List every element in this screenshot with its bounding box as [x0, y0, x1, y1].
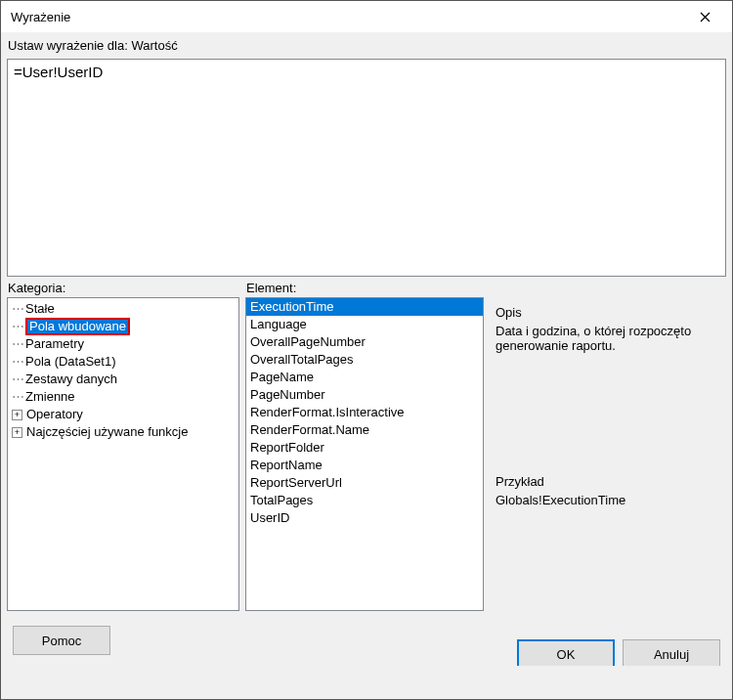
list-item[interactable]: TotalPages — [246, 492, 483, 509]
tree-item-label: Parametry — [25, 335, 84, 353]
tree-item-label: Zmienne — [25, 388, 75, 406]
ok-button[interactable]: OK — [517, 639, 615, 666]
element-list[interactable]: ExecutionTimeLanguageOverallPageNumberOv… — [245, 297, 484, 611]
info-column: Opis Data i godzina, o której rozpoczęto… — [490, 281, 726, 611]
cancel-button[interactable]: Anuluj — [623, 639, 720, 666]
tree-item[interactable]: ⋯Pola wbudowane — [12, 318, 235, 335]
list-item[interactable]: PageName — [246, 369, 483, 386]
tree-item-label: Operatory — [26, 406, 83, 423]
close-icon — [700, 12, 711, 22]
expand-icon[interactable]: + — [12, 427, 22, 438]
close-button[interactable] — [685, 3, 724, 30]
info-spacer — [490, 281, 726, 297]
expression-dialog: Wyrażenie Ustaw wyrażenie dla: Wartość K… — [0, 0, 733, 700]
tree-item[interactable]: +Najczęściej używane funkcje — [12, 423, 235, 441]
tree-item[interactable]: ⋯Parametry — [12, 335, 235, 353]
element-label: Element: — [245, 281, 484, 297]
tree-item[interactable]: ⋯Zmienne — [12, 388, 235, 406]
category-tree[interactable]: ⋯Stałe⋯Pola wbudowane⋯Parametry⋯Pola (Da… — [7, 297, 239, 611]
description-text: Data i godzina, o której rozpoczęto gene… — [496, 324, 720, 353]
window-title: Wyrażenie — [11, 10, 685, 24]
list-item[interactable]: RenderFormat.IsInteractive — [246, 404, 483, 421]
list-item[interactable]: Language — [246, 316, 483, 333]
list-item[interactable]: UserID — [246, 509, 483, 527]
description-panel: Opis Data i godzina, o której rozpoczęto… — [490, 303, 726, 466]
list-item[interactable]: OverallPageNumber — [246, 333, 483, 351]
list-item[interactable]: PageNumber — [246, 386, 483, 404]
list-item[interactable]: ReportName — [246, 457, 483, 474]
tree-item-label: Pola wbudowane — [25, 318, 130, 335]
expression-label: Ustaw wyrażenie dla: Wartość — [7, 36, 726, 55]
example-text: Globals!ExecutionTime — [496, 493, 720, 507]
lower-panels: Kategoria: ⋯Stałe⋯Pola wbudowane⋯Paramet… — [7, 281, 726, 611]
list-item[interactable]: ReportServerUrl — [246, 474, 483, 492]
tree-item-label: Najczęściej używane funkcje — [26, 423, 188, 441]
expression-input[interactable] — [7, 59, 726, 277]
description-label: Opis — [496, 305, 720, 320]
tree-item-label: Stałe — [25, 300, 55, 318]
tree-item[interactable]: +Operatory — [12, 406, 235, 423]
category-label: Kategoria: — [7, 281, 239, 297]
tree-item[interactable]: ⋯Zestawy danych — [12, 371, 235, 388]
titlebar: Wyrażenie — [1, 1, 732, 32]
expand-icon[interactable]: + — [12, 410, 22, 420]
button-bar: Pomoc OK Anuluj — [7, 615, 726, 666]
tree-item[interactable]: ⋯Pola (DataSet1) — [12, 353, 235, 371]
list-item[interactable]: ExecutionTime — [246, 298, 483, 316]
list-item[interactable]: OverallTotalPages — [246, 351, 483, 369]
tree-item-label: Zestawy danych — [25, 371, 117, 388]
example-panel: Przykład Globals!ExecutionTime — [490, 472, 726, 611]
element-column: Element: ExecutionTimeLanguageOverallPag… — [245, 281, 484, 611]
list-item[interactable]: ReportFolder — [246, 439, 483, 457]
dialog-body: Ustaw wyrażenie dla: Wartość Kategoria: … — [1, 32, 732, 699]
example-label: Przykład — [496, 474, 720, 489]
help-button[interactable]: Pomoc — [13, 626, 110, 655]
tree-item[interactable]: ⋯Stałe — [12, 300, 235, 318]
tree-item-label: Pola (DataSet1) — [25, 353, 116, 371]
list-item[interactable]: RenderFormat.Name — [246, 421, 483, 439]
category-column: Kategoria: ⋯Stałe⋯Pola wbudowane⋯Paramet… — [7, 281, 239, 611]
